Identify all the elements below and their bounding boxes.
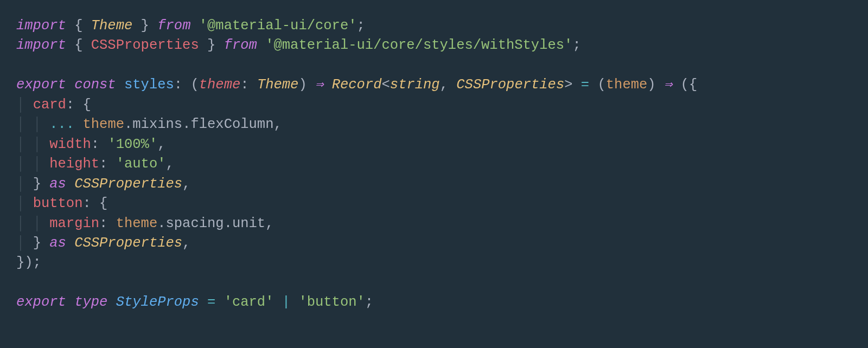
type-record: Record xyxy=(332,77,382,93)
brace-close: } xyxy=(141,18,149,34)
code-line: │ card: { xyxy=(16,97,91,113)
keyword-type: type xyxy=(74,294,107,310)
member-spacing: spacing xyxy=(166,216,224,231)
code-line: │ │ width: '100%', xyxy=(16,137,166,152)
string-literal: 'auto' xyxy=(116,156,166,172)
indent-guide: │ xyxy=(16,196,24,211)
code-line: export const styles: (theme: Theme) ⇒ Re… xyxy=(16,77,697,93)
param-theme: theme xyxy=(606,77,648,93)
code-block: import { Theme } from '@material-ui/core… xyxy=(0,0,868,329)
brace-close: } xyxy=(33,235,41,251)
colon: : xyxy=(99,216,107,231)
type-theme: Theme xyxy=(257,77,299,93)
comma: , xyxy=(273,117,282,132)
code-line: │ button: { xyxy=(16,196,107,211)
type-cssproperties: CSSProperties xyxy=(74,176,182,192)
dot: . xyxy=(124,117,132,132)
comma: , xyxy=(166,156,174,172)
property-margin: margin xyxy=(49,216,99,231)
type-theme: Theme xyxy=(91,18,133,34)
brace-paren-semicolon: }); xyxy=(16,255,41,270)
keyword-from: from xyxy=(157,18,190,34)
angle-close: > xyxy=(564,77,572,93)
semicolon: ; xyxy=(357,18,365,34)
keyword-const: const xyxy=(74,77,116,93)
keyword-export: export xyxy=(16,77,66,93)
paren-open: ( xyxy=(190,77,199,93)
colon: : xyxy=(174,77,182,93)
paren-open: ( xyxy=(597,77,605,93)
code-line: }); xyxy=(16,255,41,270)
comma: , xyxy=(182,235,190,251)
identifier-theme: theme xyxy=(82,117,124,132)
dot: . xyxy=(224,216,232,231)
colon: : xyxy=(82,196,91,211)
paren-open: ( xyxy=(681,77,689,93)
colon: : xyxy=(240,77,248,93)
dot: . xyxy=(182,117,190,132)
type-cssproperties: CSSProperties xyxy=(456,77,564,93)
paren-close: ) xyxy=(647,77,655,93)
dot: . xyxy=(157,216,165,231)
param-theme: theme xyxy=(199,77,241,93)
member-unit: unit xyxy=(232,216,265,231)
brace-open: { xyxy=(74,37,82,53)
code-line: import { CSSProperties } from '@material… xyxy=(16,37,581,53)
keyword-export: export xyxy=(16,294,66,310)
brace-open: { xyxy=(99,196,107,211)
union-operator: | xyxy=(282,294,290,310)
semicolon: ; xyxy=(365,294,373,310)
member-mixins: mixins xyxy=(132,117,182,132)
type-cssproperties: CSSProperties xyxy=(74,235,182,251)
arrow-icon: ⇒ xyxy=(315,77,323,93)
brace-open: { xyxy=(82,97,91,113)
code-line: │ │ height: 'auto', xyxy=(16,156,174,172)
indent-guide: │ │ xyxy=(16,137,41,152)
property-card: card xyxy=(33,97,66,113)
code-line: │ │ margin: theme.spacing.unit, xyxy=(16,216,273,231)
string-literal: '@material-ui/core' xyxy=(199,18,357,34)
semicolon: ; xyxy=(572,37,580,53)
comma: , xyxy=(265,216,273,231)
brace-close: } xyxy=(33,176,41,192)
keyword-import: import xyxy=(16,37,66,53)
arrow-icon: ⇒ xyxy=(664,77,672,93)
identifier-styles: styles xyxy=(124,77,174,93)
brace-open: { xyxy=(689,77,697,93)
type-styleprops: StyleProps xyxy=(116,294,199,310)
indent-guide: │ xyxy=(16,235,24,251)
type-string: string xyxy=(390,77,440,93)
string-literal: 'button' xyxy=(298,294,365,310)
code-line: │ } as CSSProperties, xyxy=(16,235,190,251)
comma: , xyxy=(157,137,165,152)
indent-guide: │ xyxy=(16,97,24,113)
property-width: width xyxy=(49,137,91,152)
spread-operator: ... xyxy=(49,117,74,132)
keyword-as: as xyxy=(49,176,66,192)
type-cssproperties: CSSProperties xyxy=(91,37,199,53)
indent-guide: │ │ xyxy=(16,216,41,231)
identifier-theme: theme xyxy=(116,216,158,231)
code-line: │ } as CSSProperties, xyxy=(16,176,190,192)
member-flexcolumn: flexColumn xyxy=(190,117,273,132)
string-literal: 'card' xyxy=(224,294,274,310)
keyword-import: import xyxy=(16,18,66,34)
keyword-from: from xyxy=(224,37,257,53)
angle-open: < xyxy=(382,77,390,93)
string-literal: '100%' xyxy=(107,137,157,152)
equals-operator: = xyxy=(207,294,215,310)
string-literal: '@material-ui/core/styles/withStyles' xyxy=(265,37,572,53)
indent-guide: │ │ xyxy=(16,156,41,172)
code-line: export type StyleProps = 'card' | 'butto… xyxy=(16,294,373,310)
paren-close: ) xyxy=(298,77,307,93)
comma: , xyxy=(440,77,448,93)
property-button: button xyxy=(33,196,83,211)
equals-operator: = xyxy=(581,77,589,93)
code-line: │ │ ... theme.mixins.flexColumn, xyxy=(16,117,282,132)
indent-guide: │ xyxy=(16,176,24,192)
comma: , xyxy=(182,176,190,192)
colon: : xyxy=(91,137,99,152)
indent-guide: │ │ xyxy=(16,117,41,132)
colon: : xyxy=(66,97,74,113)
brace-open: { xyxy=(74,18,82,34)
